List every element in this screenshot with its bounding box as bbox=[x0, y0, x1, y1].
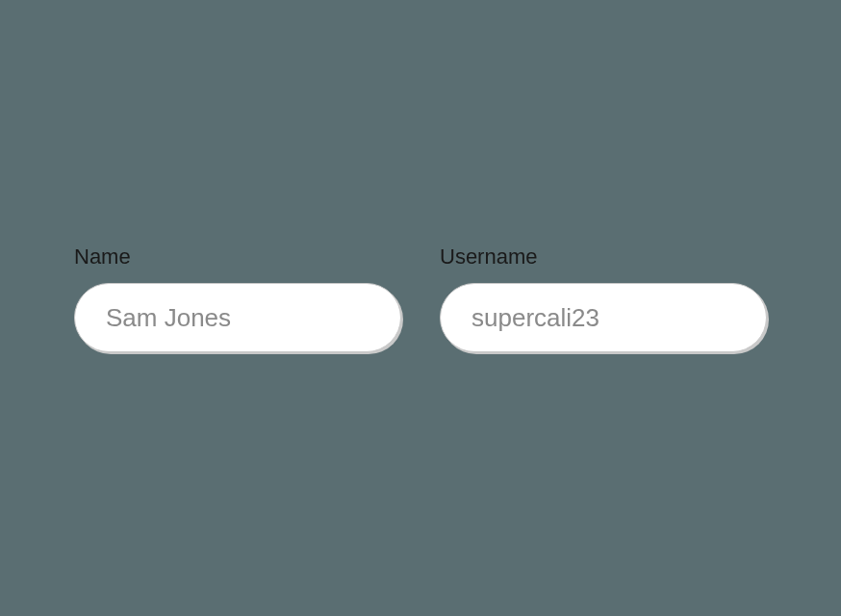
name-input[interactable] bbox=[74, 283, 401, 352]
name-field-group: Name bbox=[74, 244, 401, 352]
name-label: Name bbox=[74, 244, 401, 270]
username-label: Username bbox=[440, 244, 767, 270]
form-row: Name Username bbox=[74, 244, 767, 352]
username-field-group: Username bbox=[440, 244, 767, 352]
username-input[interactable] bbox=[440, 283, 767, 352]
